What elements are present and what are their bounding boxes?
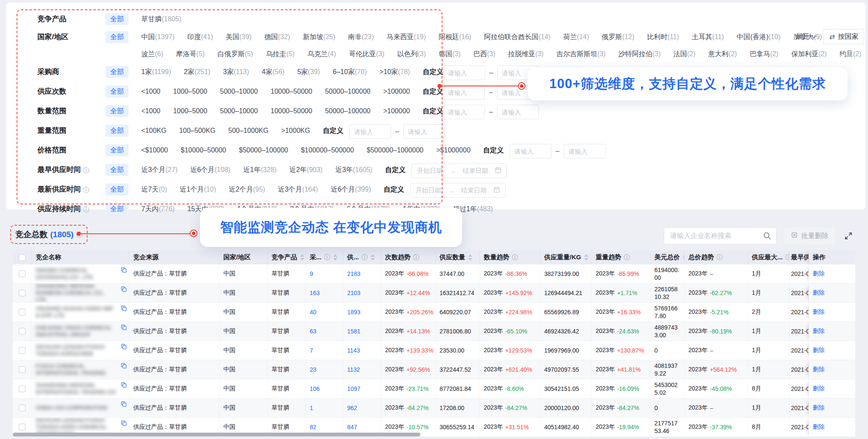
supplies-link[interactable]: 1893	[347, 309, 360, 316]
filter-option[interactable]: $50000–100000	[239, 144, 288, 157]
filter-all-chip[interactable]: 全部	[106, 184, 128, 195]
filter-option[interactable]: 10000–50000	[271, 105, 312, 118]
range-input-min[interactable]	[349, 124, 391, 139]
row-checkbox[interactable]	[19, 366, 26, 373]
range-input-max[interactable]	[564, 144, 605, 158]
copy-icon[interactable]	[121, 305, 127, 313]
custom-label[interactable]: 自定义	[423, 105, 443, 118]
filter-option[interactable]: 白俄罗斯(5)	[217, 48, 253, 60]
filter-option[interactable]: 韩国(3)	[439, 48, 461, 60]
filter-all-chip[interactable]: 全部	[106, 86, 128, 98]
filter-option[interactable]: 4家(56)	[262, 66, 284, 78]
filter-option[interactable]: 草甘膦(1805)	[141, 13, 181, 26]
filter-all-chip[interactable]: 全部	[106, 125, 128, 137]
col-header-qty[interactable]: 供应数量	[436, 250, 480, 264]
filter-option[interactable]: 阿拉伯联合酋长国(14)	[484, 31, 550, 43]
supplies-link[interactable]: 847	[347, 424, 357, 430]
filter-option[interactable]: 7天内(776)	[141, 203, 174, 215]
row-checkbox[interactable]	[19, 290, 26, 296]
sort-icon[interactable]	[333, 254, 337, 261]
by-country-button[interactable]: ⇄ 按国家	[823, 29, 864, 44]
col-header-max_month[interactable]: 供应最大...ⓘ	[748, 250, 790, 264]
sort-icon[interactable]	[371, 254, 375, 261]
filter-option[interactable]: 中国(香港)(10)	[737, 31, 780, 43]
sort-icon[interactable]	[300, 254, 304, 261]
date-range-input[interactable]: 开始日期→结束日期	[410, 183, 505, 198]
filter-option[interactable]: 乌克兰(4)	[307, 48, 336, 60]
fullscreen-icon[interactable]	[843, 230, 854, 241]
supplies-link[interactable]: 962	[347, 405, 357, 411]
expand-link[interactable]: 展开	[796, 32, 816, 41]
filter-option[interactable]: 近2年(903)	[289, 164, 323, 176]
filter-option[interactable]: 新加坡(25)	[303, 31, 335, 43]
sort-icon[interactable]	[468, 254, 472, 261]
batch-delete-button[interactable]: 批量删除	[784, 227, 835, 244]
filter-option[interactable]: 哥伦比亚(3)	[349, 48, 385, 60]
delete-link[interactable]: 删除	[813, 404, 825, 412]
delete-link[interactable]: 删除	[813, 347, 825, 354]
filter-option[interactable]: 保加利亚(2)	[791, 48, 827, 60]
row-checkbox[interactable]	[19, 347, 26, 354]
filter-option[interactable]: 马来西亚(19)	[387, 31, 426, 43]
range-input-min[interactable]	[443, 105, 485, 119]
filter-option[interactable]: 1家(1199)	[141, 66, 171, 78]
col-header-freq_trend[interactable]: 次数趋势ⓘ	[381, 250, 436, 264]
filter-option[interactable]: 500–1000KG	[228, 124, 268, 137]
filter-option[interactable]: 南非(23)	[348, 31, 374, 43]
filter-all-chip[interactable]: 全部	[106, 164, 128, 176]
row-checkbox[interactable]	[19, 424, 26, 430]
filter-option[interactable]: 土耳其(11)	[692, 31, 724, 43]
custom-label[interactable]: 自定义	[323, 124, 343, 137]
filter-option[interactable]: 法国(2)	[674, 48, 696, 60]
delete-link[interactable]: 删除	[813, 308, 825, 316]
copy-icon[interactable]	[121, 344, 127, 351]
filter-option[interactable]: 德国(32)	[264, 31, 290, 43]
col-header-usd[interactable]: 美元总价	[651, 250, 685, 264]
filter-option[interactable]: 50000–100000	[325, 105, 371, 118]
filter-option[interactable]: 荷兰(14)	[563, 31, 589, 43]
col-header-supplies[interactable]: 供...ⓘ	[343, 250, 381, 264]
select-all-checkbox[interactable]	[19, 254, 26, 261]
buyers-link[interactable]: 1	[310, 405, 313, 411]
delete-link[interactable]: 删除	[813, 289, 825, 297]
info-icon[interactable]: ⓘ	[83, 187, 89, 193]
copy-icon[interactable]	[121, 382, 127, 389]
custom-label[interactable]: 自定义	[384, 183, 404, 196]
range-input-max[interactable]	[497, 105, 539, 119]
filter-option[interactable]: 5000–10000	[220, 85, 258, 98]
filter-all-chip[interactable]: 全部	[106, 66, 128, 78]
filter-option[interactable]: 阿根廷(16)	[439, 31, 471, 43]
filter-option[interactable]: 约旦(2)	[839, 48, 862, 60]
buyers-link[interactable]: 63	[310, 328, 317, 335]
filter-option[interactable]: 拉脱维亚(3)	[508, 48, 544, 60]
delete-link[interactable]: 删除	[813, 270, 825, 278]
info-icon[interactable]: ⓘ	[413, 254, 419, 261]
filter-option[interactable]: 摩洛哥(5)	[176, 48, 205, 60]
filter-option[interactable]: 巴拿马(2)	[750, 48, 779, 60]
filter-option[interactable]: 100–500KG	[179, 124, 215, 137]
sort-icon[interactable]	[584, 254, 588, 261]
range-input-max[interactable]	[403, 124, 445, 139]
col-header-select[interactable]	[13, 250, 32, 264]
delete-link[interactable]: 删除	[813, 385, 825, 393]
delete-link[interactable]: 删除	[813, 423, 825, 431]
supplies-link[interactable]: 2103	[347, 290, 360, 296]
col-header-qty_trend[interactable]: 数量趋势ⓘ	[480, 250, 540, 264]
filter-option[interactable]: $10000–50000	[181, 144, 226, 157]
filter-option[interactable]: 近7天(0)	[141, 183, 167, 196]
filter-option[interactable]: 吉尔吉斯斯坦(3)	[557, 48, 606, 60]
range-input-min[interactable]	[443, 85, 485, 100]
filter-option[interactable]: 近3年(1605)	[335, 164, 372, 176]
filter-option[interactable]: 10000–50000	[271, 85, 312, 98]
search-icon[interactable]	[763, 232, 771, 242]
row-checkbox[interactable]	[19, 270, 26, 277]
filter-option[interactable]: 比利时(11)	[647, 31, 679, 43]
info-icon[interactable]: ⓘ	[785, 254, 790, 261]
buyers-link[interactable]: 106	[310, 385, 320, 392]
buyers-link[interactable]: 40	[310, 309, 317, 316]
filter-option[interactable]: 2家(251)	[184, 66, 210, 78]
filter-option[interactable]: 1000–5000	[173, 105, 207, 118]
col-header-weight_trend[interactable]: 重量趋势ⓘ	[592, 250, 651, 264]
filter-option[interactable]: 50000–100000	[325, 85, 371, 98]
filter-option[interactable]: >100000	[383, 105, 410, 118]
